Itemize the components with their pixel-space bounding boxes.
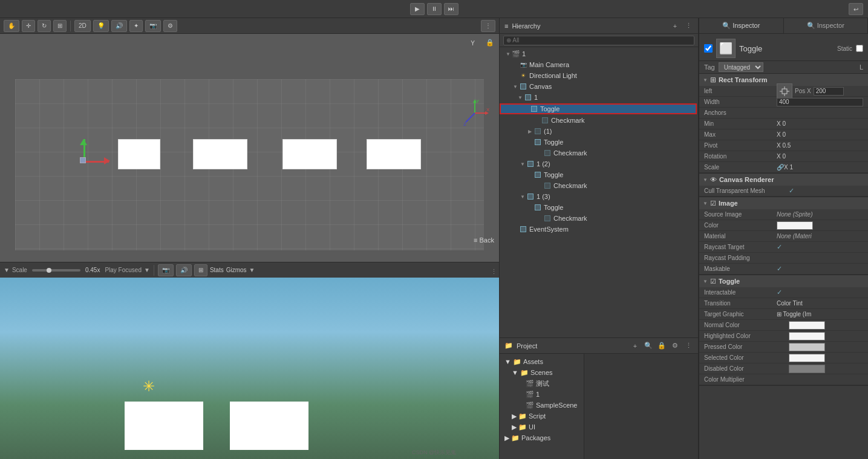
scale-tool-btn[interactable]: ⊞	[53, 20, 67, 32]
tree-item-node12[interactable]: ▼ 1 (2)	[500, 158, 698, 169]
undo-button[interactable]: ↩	[849, 3, 863, 15]
project-lock-btn[interactable]: 🔒	[657, 341, 667, 351]
more-options-btn[interactable]: ⋮	[481, 20, 495, 32]
tree-item-toggle2[interactable]: ▶ Toggle	[500, 169, 698, 180]
tree-item-checkmark3[interactable]: ▶ Checkmark	[500, 213, 698, 224]
project-samplescene[interactable]: ▶🎬SampleScene	[500, 400, 584, 411]
gizmo-toggle-btn[interactable]: ⚙	[163, 20, 177, 32]
tree-item-checkmark1[interactable]: ▶ Checkmark	[500, 115, 698, 126]
tg-highlighted-color-swatch[interactable]	[789, 332, 825, 340]
rt-width-input[interactable]	[777, 98, 863, 106]
tg-target-graphic-row: Target Graphic ⊞ Toggle (Im	[699, 309, 868, 320]
grid-btn[interactable]: ⊞	[194, 264, 207, 276]
tree-arrow-check3: ▶	[536, 215, 543, 222]
move-tool-btn[interactable]: ✛	[22, 20, 35, 32]
scene-icon: 🎬	[512, 50, 520, 58]
anchor-icon-box[interactable]	[777, 83, 792, 99]
canvas-renderer-header[interactable]: ▼ 👁 Canvas Renderer	[699, 174, 868, 186]
rotate-tool-btn[interactable]: ↻	[38, 20, 51, 32]
gizmos-label[interactable]: Gizmos	[226, 267, 247, 273]
scene-viewport: Y 🔒	[0, 34, 499, 262]
snapshot-btn[interactable]: 📷	[158, 264, 174, 276]
project-tree: ▼📁Assets ▼📁Scenes ▶🎬测试 ▶🎬1 ▶🎬SampleScene	[500, 354, 584, 459]
slider-thumb	[47, 268, 51, 273]
tree-item-node13[interactable]: ▼ 1 (3)	[500, 191, 698, 202]
static-label: Static	[837, 45, 852, 52]
tg-disabled-color-swatch[interactable]	[789, 365, 825, 373]
toggle3-icon	[534, 203, 542, 212]
img-color-swatch[interactable]	[777, 221, 813, 230]
inspector-tab-1[interactable]: 🔍 Inspector	[699, 18, 784, 33]
resize-handle[interactable]: ⋮	[491, 268, 495, 273]
pos-x-input[interactable]	[814, 87, 844, 96]
tg-selected-color-label: Selected Color	[704, 354, 789, 361]
scale-dropdown-arrow[interactable]: ▼	[4, 267, 10, 273]
pause-button[interactable]: ⏸	[427, 3, 442, 15]
light-toggle-btn[interactable]: 💡	[93, 20, 109, 32]
image-header[interactable]: ▼ ☑ Image	[699, 197, 868, 209]
project-settings-btn[interactable]: ⚙	[670, 341, 680, 351]
project-scene1[interactable]: ▶🎬1	[500, 389, 584, 400]
project-assets-folder[interactable]: ▼📁Assets	[500, 356, 584, 367]
game-sky: ✳	[0, 278, 499, 459]
tree-item-node1[interactable]: ▼ 1	[500, 92, 698, 103]
hierarchy-search-input[interactable]	[503, 36, 694, 45]
tree-item-checkmark1b[interactable]: ▶ Checkmark	[500, 148, 698, 158]
project-content: ▼📁Assets ▼📁Scenes ▶🎬测试 ▶🎬1 ▶🎬SampleScene	[500, 354, 698, 459]
lock-icon[interactable]: 🔒	[486, 39, 494, 47]
hierarchy-add-btn[interactable]: +	[670, 21, 680, 31]
toggle-section-header[interactable]: ▼ ☑ Toggle	[699, 275, 868, 287]
stats-label[interactable]: Stats	[210, 267, 224, 273]
tree-item-root1[interactable]: ▼ 🎬 1	[500, 48, 698, 59]
tree-item-nodesub[interactable]: ▶ (1)	[500, 126, 698, 137]
img-enabled-checkbox[interactable]: ☑	[710, 200, 716, 207]
2d-toggle-btn[interactable]: 2D	[74, 20, 91, 32]
tree-arrow-node1: ▼	[517, 94, 524, 101]
tg-enabled-checkbox[interactable]: ☑	[710, 278, 716, 285]
tree-item-toggle1b[interactable]: ▶ Toggle	[500, 137, 698, 148]
tree-item-checkmark2[interactable]: ▶ Checkmark	[500, 180, 698, 191]
hierarchy-more-btn[interactable]: ⋮	[684, 21, 693, 31]
game-box-3	[282, 139, 337, 169]
audio-btn2[interactable]: 🔊	[176, 264, 192, 276]
inspector-tab-2[interactable]: 🔍 Inspector	[784, 18, 869, 33]
object-active-checkbox[interactable]	[704, 44, 713, 53]
play-focused-arrow[interactable]: ▼	[144, 267, 150, 273]
tg-selected-color-swatch[interactable]	[789, 354, 825, 362]
hierarchy-panel: ≡ Hierarchy + ⋮ ▼ 🎬 1 ▶	[500, 18, 698, 338]
inspector-panel: 🔍 Inspector 🔍 Inspector ⬜ Toggle Static …	[699, 18, 868, 459]
static-checkbox[interactable]	[856, 45, 863, 52]
hand-tool-btn[interactable]: ✋	[4, 20, 19, 32]
step-button[interactable]: ⏭	[444, 3, 458, 15]
tg-title: Toggle	[719, 278, 740, 285]
canvas-icon	[519, 82, 527, 91]
object-name[interactable]: Toggle	[739, 44, 762, 53]
rt-left-label: left	[704, 88, 777, 94]
project-search-btn[interactable]: 🔍	[644, 341, 653, 351]
tree-item-eventsystem[interactable]: ▶ EventSystem	[500, 224, 698, 235]
tree-item-canvas[interactable]: ▼ Canvas	[500, 81, 698, 92]
project-scenes-folder[interactable]: ▼📁Scenes	[500, 367, 584, 378]
fx-toggle-btn[interactable]: ✦	[129, 20, 143, 32]
tag-select[interactable]: Untagged	[719, 62, 763, 72]
tg-target-graphic-value: ⊞ Toggle (Im	[777, 311, 863, 317]
project-more-btn[interactable]: ⋮	[684, 341, 693, 351]
tg-transition-row: Transition Color Tint	[699, 298, 868, 309]
tree-item-dirlight[interactable]: ▶ ☀ Directional Light	[500, 70, 698, 81]
tree-item-toggle1[interactable]: ▶ Toggle	[500, 103, 697, 114]
play-button[interactable]: ▶	[410, 3, 425, 15]
tg-pressed-color-swatch[interactable]	[789, 343, 825, 351]
project-ui-folder[interactable]: ▶📁UI	[500, 422, 584, 432]
project-add-btn[interactable]: +	[630, 341, 640, 351]
tree-item-camera[interactable]: ▶ 📷 Main Camera	[500, 59, 698, 70]
sun-symbol: ✳	[143, 378, 155, 395]
project-testscene[interactable]: ▶🎬测试	[500, 378, 584, 389]
project-script-folder[interactable]: ▶📁Script	[500, 411, 584, 422]
tg-normal-color-swatch[interactable]	[789, 321, 825, 330]
camera-toggle-btn[interactable]: 📷	[145, 20, 161, 32]
scale-slider[interactable]	[32, 269, 80, 272]
project-packages-folder[interactable]: ▶📁Packages	[500, 432, 584, 443]
tree-item-toggle3[interactable]: ▶ Toggle	[500, 202, 698, 213]
audio-toggle-btn[interactable]: 🔊	[111, 20, 127, 32]
gizmos-arrow[interactable]: ▼	[249, 267, 255, 273]
